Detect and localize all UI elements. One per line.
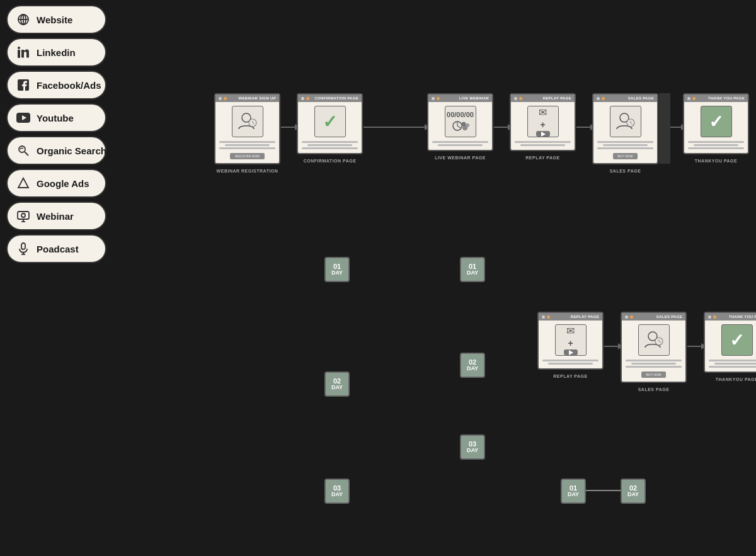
dot bbox=[597, 97, 600, 100]
day-badge-03a: 03 DAY bbox=[460, 434, 485, 460]
svg-point-8 bbox=[19, 146, 25, 152]
sidebar-item-label: Google Ads bbox=[37, 178, 89, 189]
sidebar-item-website[interactable]: Website bbox=[6, 5, 106, 34]
sidebar-item-youtube[interactable]: Youtube bbox=[6, 103, 106, 132]
svg-line-9 bbox=[25, 152, 28, 156]
card-live-webinar: LIVE WEBINAR 00/00/00 LIVE WEBINAR PAGE bbox=[427, 93, 493, 151]
arrow-connector bbox=[670, 127, 683, 128]
card-button: Register Now bbox=[230, 153, 265, 159]
arrow-connector bbox=[364, 127, 427, 128]
line bbox=[515, 141, 571, 143]
card-body: ✓ bbox=[298, 102, 362, 153]
day-badge-03b: 03 DAY bbox=[324, 479, 350, 504]
sidebar-item-label: Facebook/Ads bbox=[37, 80, 101, 91]
arrow-connector bbox=[604, 346, 620, 347]
dot bbox=[692, 97, 696, 100]
line bbox=[219, 141, 275, 143]
card-icon-area: ✓ bbox=[701, 106, 732, 137]
sidebar-item-organic-search[interactable]: Organic Search bbox=[6, 136, 106, 165]
day-badge-01c: 01 DAY bbox=[561, 479, 586, 504]
line bbox=[542, 360, 598, 361]
youtube-icon bbox=[16, 111, 30, 125]
card-icon-area: ✓ bbox=[721, 324, 753, 356]
card-confirmation: CONFIRMATION PAGE ✓ CONFIRMATION PAGE bbox=[297, 93, 363, 154]
svg-point-27 bbox=[461, 122, 466, 127]
card-label: WEBINAR REGISTRATION bbox=[217, 169, 278, 173]
card-body: 00/00/00 bbox=[428, 102, 492, 150]
line bbox=[302, 147, 358, 149]
card-lines bbox=[302, 141, 358, 149]
card-title: REPLAY PAGE bbox=[524, 96, 571, 100]
card-label: THANKYOU PAGE bbox=[695, 159, 737, 163]
play-button-2 bbox=[564, 349, 578, 355]
svg-point-14 bbox=[21, 213, 25, 217]
sidebar-item-webinar[interactable]: Webinar bbox=[6, 201, 106, 230]
card-title: WEBINAR SIGN UP bbox=[229, 96, 276, 100]
sidebar-item-google-ads[interactable]: Google Ads bbox=[6, 169, 106, 198]
arrow-connector bbox=[494, 127, 510, 128]
card-lines bbox=[219, 141, 275, 149]
card-label: SALES PAGE bbox=[610, 169, 641, 173]
card-icon-area bbox=[610, 106, 641, 137]
card-lines bbox=[597, 141, 653, 149]
globe-icon bbox=[16, 13, 30, 26]
svg-rect-15 bbox=[21, 243, 25, 249]
dot bbox=[301, 97, 304, 100]
card-icon-area: ✓ bbox=[314, 106, 346, 137]
sidebar-item-facebook[interactable]: Facebook/Ads bbox=[6, 71, 106, 99]
card-label: CONFIRMATION PAGE bbox=[304, 159, 357, 163]
card-header: SALES PAGE bbox=[622, 313, 685, 321]
card-lines bbox=[626, 360, 682, 368]
webinar-icon bbox=[16, 209, 30, 223]
line bbox=[548, 363, 593, 365]
dot bbox=[713, 315, 716, 319]
card-title: REPLAY PAGE bbox=[552, 315, 599, 319]
line bbox=[694, 144, 738, 146]
svg-point-5 bbox=[18, 47, 20, 49]
svg-rect-11 bbox=[18, 212, 29, 219]
plus-icon-2: + bbox=[568, 338, 573, 348]
day-badge-02a: 02 DAY bbox=[460, 353, 485, 378]
dot bbox=[514, 97, 517, 100]
line bbox=[597, 141, 653, 143]
sidebar: Website Linkedin Facebook/Ads Youtube bbox=[0, 0, 113, 556]
card-title: CONFIRMATION PAGE bbox=[311, 96, 358, 100]
dot bbox=[224, 97, 227, 100]
email-icon: ✉ bbox=[539, 106, 547, 118]
plus-icon: + bbox=[540, 120, 545, 130]
card-lines bbox=[432, 141, 488, 146]
sidebar-item-linkedin[interactable]: Linkedin bbox=[6, 38, 106, 67]
sidebar-item-podcast[interactable]: Poadcast bbox=[6, 234, 106, 263]
day-badge-01a: 01 DAY bbox=[324, 257, 350, 282]
card-thankyou: THANK YOU PAGE ✓ THANKYOU PAGE bbox=[683, 93, 749, 154]
dot bbox=[625, 315, 628, 319]
day-label: DAY bbox=[568, 492, 579, 498]
day-label: DAY bbox=[331, 385, 343, 391]
day-badge-01b: 01 DAY bbox=[460, 257, 485, 282]
day-label: DAY bbox=[467, 366, 478, 372]
card-replay: REPLAY PAGE ✉ + REPLAY PAGE bbox=[510, 93, 576, 151]
card-icon-area: 00/00/00 bbox=[445, 106, 476, 137]
google-ads-icon bbox=[16, 176, 30, 190]
sidebar-item-label: Website bbox=[37, 14, 72, 25]
arrow-connector bbox=[576, 127, 592, 128]
facebook-icon bbox=[16, 78, 30, 92]
dot bbox=[547, 315, 550, 319]
line bbox=[520, 144, 565, 146]
card-body: ✉ + bbox=[539, 321, 602, 368]
card-header: SALES PAGE bbox=[593, 94, 657, 102]
day-label: DAY bbox=[331, 270, 343, 276]
card-header: REPLAY PAGE bbox=[539, 313, 602, 321]
card-lines bbox=[688, 141, 744, 149]
card-body: BUY NOW bbox=[622, 321, 685, 382]
card-icon-area: ✉ + bbox=[555, 324, 587, 356]
line bbox=[219, 147, 275, 149]
card-header: CONFIRMATION PAGE bbox=[298, 94, 362, 102]
linkedin-icon bbox=[16, 45, 30, 59]
microphone-icon bbox=[16, 242, 30, 256]
date-text: 00/00/00 bbox=[447, 111, 474, 118]
line bbox=[709, 366, 756, 368]
line bbox=[307, 144, 352, 146]
card-body: ✓ bbox=[684, 102, 748, 153]
play-button bbox=[536, 131, 550, 137]
